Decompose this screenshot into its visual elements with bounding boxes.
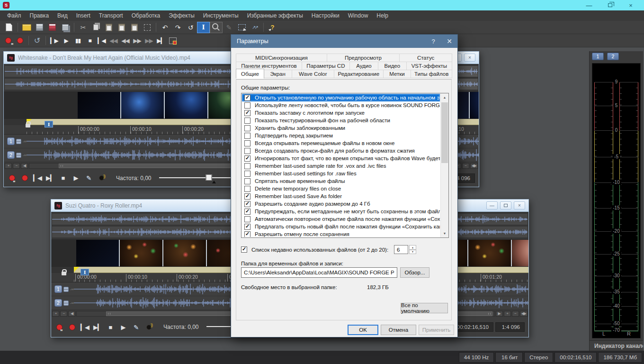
option-row-11[interactable]: Спрятать новые временные файлы: [242, 177, 440, 185]
option-checkbox[interactable]: [244, 110, 250, 116]
open-file-icon[interactable]: [20, 22, 33, 33]
option-row-4[interactable]: Хранить файлы заблокированными: [242, 124, 440, 132]
option-checkbox[interactable]: [244, 155, 250, 162]
track-collapse-button[interactable]: —: [16, 153, 21, 158]
close-icon[interactable]: ✕: [441, 35, 457, 48]
go-to-start-icon[interactable]: ▎◀: [96, 35, 107, 46]
pencil-edit-icon[interactable]: ✎: [84, 173, 93, 184]
menu-item-2[interactable]: Вид: [53, 10, 72, 21]
option-checkbox[interactable]: [244, 95, 250, 101]
repeat-icon[interactable]: ↺: [184, 22, 197, 33]
forward-all-icon[interactable]: ▶▶: [143, 35, 155, 46]
record-remote-icon[interactable]: [55, 321, 63, 333]
option-row-15[interactable]: Предупреждать, если метаданные не могут …: [242, 208, 440, 215]
option-checkbox[interactable]: [244, 216, 250, 222]
stop-icon[interactable]: ■: [106, 321, 115, 333]
scrub-slider[interactable]: [159, 174, 240, 182]
menu-item-6[interactable]: Эффекты: [164, 10, 199, 21]
slider-thumb[interactable]: [206, 174, 212, 181]
option-row-16[interactable]: Автоматически повторное открытие файла п…: [242, 215, 440, 223]
tab-vst-эффекты[interactable]: VST-эффекты: [406, 62, 452, 70]
scroll-right-button-2[interactable]: −: [512, 311, 519, 317]
magnify-tool-icon[interactable]: [210, 22, 223, 33]
recent-files-count[interactable]: 6: [394, 245, 408, 254]
play-icon[interactable]: ▶: [119, 321, 127, 333]
help-icon[interactable]: ?: [425, 35, 441, 48]
tab-видео[interactable]: Видео: [378, 62, 407, 70]
paste-icon[interactable]: [102, 22, 115, 33]
new-file-icon[interactable]: [2, 22, 15, 33]
option-checkbox[interactable]: [244, 178, 250, 184]
record-remote-icon[interactable]: [8, 173, 16, 184]
go-to-end-icon[interactable]: ▶▎: [155, 35, 167, 46]
scroll-right-button-3[interactable]: ◀▶: [470, 163, 478, 169]
scroll-left-button-0[interactable]: +: [52, 311, 59, 317]
tab-экран[interactable]: Экран: [264, 70, 292, 78]
menu-item-10[interactable]: Window: [344, 10, 373, 21]
pencil-edit-icon[interactable]: ✎: [132, 321, 140, 333]
rewind-icon[interactable]: ◀◀: [119, 35, 131, 46]
tab-midi-синхронизация[interactable]: MIDI/Синхронизация: [236, 54, 327, 62]
temp-folder-input[interactable]: [241, 267, 397, 278]
level-meter[interactable]: L R 950-5-10-15-20-25-30-35-40-50-70: [592, 63, 641, 338]
lock-icon[interactable]: [26, 124, 30, 127]
option-checkbox[interactable]: [244, 193, 250, 200]
option-checkbox[interactable]: [244, 171, 250, 177]
selection-tool-icon[interactable]: [235, 22, 248, 33]
option-row-0[interactable]: Открыть установленную по умолчанию рабоч…: [242, 94, 440, 101]
undo-icon[interactable]: ↶: [159, 22, 171, 33]
edit-tool-icon[interactable]: I: [45, 121, 53, 127]
scroll-right-button-0[interactable]: ▶: [496, 311, 503, 317]
menu-item-0[interactable]: Файл: [3, 10, 26, 21]
option-checkbox[interactable]: [244, 125, 250, 131]
play-icon[interactable]: ▶: [72, 173, 80, 184]
scroll-left-button-2[interactable]: ◀: [68, 311, 75, 317]
edit-tool-icon[interactable]: I: [197, 22, 210, 33]
option-row-3[interactable]: Показать текстурированный фон на рабочей…: [242, 117, 440, 124]
stepper-down-icon[interactable]: ▼: [409, 250, 416, 255]
track-collapse-button[interactable]: —: [63, 300, 69, 306]
scroll-right-button-3[interactable]: ◀▶: [520, 311, 528, 317]
recent-files-checkbox[interactable]: [241, 246, 247, 253]
stop-icon[interactable]: ■: [84, 35, 96, 46]
menu-item-11[interactable]: Help: [372, 10, 393, 21]
track-number-button[interactable]: 2: [7, 151, 15, 159]
scroll-up-icon[interactable]: ▲: [441, 93, 448, 101]
record-icon[interactable]: [68, 321, 76, 333]
meter-channel-1-button[interactable]: 1: [592, 53, 604, 60]
scrub-icon[interactable]: [144, 321, 153, 333]
paste-mix-icon[interactable]: [128, 22, 141, 33]
option-checkbox[interactable]: [244, 140, 250, 146]
menu-item-8[interactable]: Избранные эффекты: [243, 10, 307, 21]
pause-icon[interactable]: ▮▮: [72, 35, 84, 46]
edit-tool-icon[interactable]: I: [80, 269, 89, 275]
envelope-tool-icon[interactable]: ↗↗: [248, 22, 261, 33]
restore-icon[interactable]: [599, 0, 620, 10]
dialog-titlebar[interactable]: Параметры ? ✕: [231, 35, 457, 48]
save-as-icon[interactable]: [46, 22, 59, 33]
option-checkbox[interactable]: [244, 102, 250, 109]
option-checkbox[interactable]: [244, 209, 250, 215]
minimize-icon[interactable]: —: [579, 0, 599, 10]
option-checkbox[interactable]: [244, 118, 250, 124]
redo-icon[interactable]: ↷: [171, 22, 184, 33]
play-all-icon[interactable]: ▎▶: [48, 35, 60, 46]
tab-метки[interactable]: Метки: [383, 70, 411, 78]
record-icon[interactable]: [14, 35, 26, 46]
tab-параметры-cd[interactable]: Параметры CD: [302, 62, 350, 70]
pencil-tool-icon[interactable]: ✎: [223, 22, 235, 33]
copy-icon[interactable]: [89, 22, 102, 33]
tab-статус[interactable]: Статус: [399, 54, 452, 62]
whats-this-help-icon[interactable]: ?: [266, 22, 279, 33]
play-icon[interactable]: ▶: [60, 35, 72, 46]
scroll-down-icon[interactable]: ▼: [441, 229, 448, 237]
scroll-left-button-1[interactable]: −: [13, 163, 20, 169]
save-all-icon[interactable]: [59, 22, 72, 33]
option-row-7[interactable]: Всегда создавать прокси-файл для работы …: [242, 147, 440, 155]
track-collapse-button[interactable]: —: [16, 139, 21, 144]
option-row-6[interactable]: Всегда открывать перемещаемые файлы в но…: [242, 139, 440, 147]
rewind-all-icon[interactable]: ◀◀: [107, 35, 119, 46]
tab-предпросмотр[interactable]: Предпросмотр: [327, 54, 400, 62]
track-number-button[interactable]: 1: [7, 137, 15, 145]
scroll-left-button-1[interactable]: −: [60, 311, 67, 317]
